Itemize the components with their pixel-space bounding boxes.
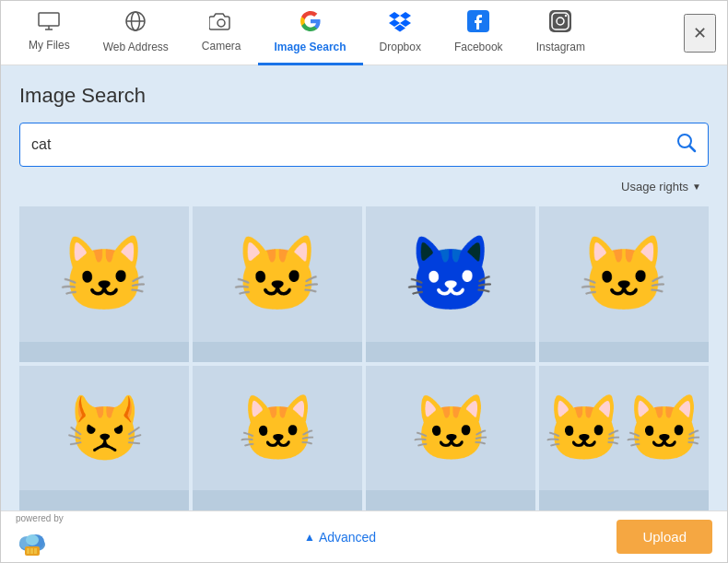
nav-label-facebook: Facebook — [454, 41, 503, 53]
svg-point-11 — [565, 14, 567, 16]
advanced-label: Advanced — [319, 530, 376, 545]
dropbox-icon — [389, 10, 411, 37]
image-cell-5[interactable]: 😾 — [19, 366, 189, 510]
monitor-icon — [38, 12, 60, 35]
facebook-icon — [467, 10, 489, 37]
svg-rect-21 — [34, 548, 37, 554]
image-cell-1[interactable]: 🐱 — [19, 206, 189, 362]
img-caption-7 — [366, 490, 535, 510]
cat-image-7: 🐱 — [366, 366, 535, 490]
page-title: Image Search — [19, 84, 709, 108]
top-navigation: My Files Web Address Camera — [1, 1, 727, 65]
nav-item-instagram[interactable]: Instagram — [520, 1, 602, 65]
img-caption-5 — [19, 490, 189, 510]
search-bar — [19, 123, 709, 167]
image-grid: 🐱 🐱 🐱 🐱 😾 — [19, 206, 709, 510]
nav-item-web-address[interactable]: Web Address — [87, 1, 185, 65]
image-cell-8[interactable]: 🐱🐱 — [539, 366, 709, 510]
nav-item-camera[interactable]: Camera — [185, 1, 258, 65]
image-cell-7[interactable]: 🐱 — [366, 366, 535, 510]
img-caption-6 — [193, 490, 362, 510]
nav-label-instagram: Instagram — [536, 41, 585, 53]
chevron-up-icon: ▲ — [304, 531, 315, 544]
image-cell-3[interactable]: 🐱 — [366, 206, 535, 362]
img-caption-8 — [539, 490, 709, 510]
cat-image-6: 🐱 — [193, 366, 362, 490]
powered-by-text-block: powered by — [16, 513, 64, 561]
svg-point-6 — [217, 19, 225, 27]
advanced-button[interactable]: ▲ Advanced — [297, 526, 383, 548]
bottom-bar: powered by ▲ Advanced Upload — [1, 510, 727, 562]
search-icon[interactable] — [676, 133, 697, 158]
upload-button[interactable]: Upload — [616, 520, 712, 554]
svg-rect-19 — [27, 548, 29, 554]
svg-line-13 — [690, 146, 696, 151]
nav-label-my-files: My Files — [29, 39, 70, 52]
nav-item-dropbox[interactable]: Dropbox — [363, 1, 438, 65]
globe-icon — [124, 10, 147, 37]
image-cell-2[interactable]: 🐱 — [193, 206, 362, 362]
powered-by-text: powered by — [16, 513, 64, 524]
nav-items: My Files Web Address Camera — [12, 1, 684, 65]
cloud-logo — [16, 524, 49, 557]
cat-image-1: 🐱 — [19, 206, 189, 342]
usage-rights-label: Usage rights — [621, 180, 688, 194]
google-icon — [299, 10, 322, 37]
usage-rights-row: Usage rights ▼ — [19, 176, 709, 197]
nav-label-dropbox: Dropbox — [380, 41, 421, 53]
close-button[interactable]: ✕ — [684, 14, 716, 53]
nav-label-image-search: Image Search — [275, 41, 346, 53]
nav-item-image-search[interactable]: Image Search — [258, 1, 363, 65]
main-content: Image Search Usage rights ▼ 🐱 🐱 — [1, 65, 727, 510]
svg-point-17 — [26, 534, 39, 545]
instagram-icon — [549, 10, 571, 37]
svg-rect-0 — [39, 13, 59, 26]
search-input[interactable] — [31, 136, 676, 153]
nav-item-my-files[interactable]: My Files — [12, 1, 87, 65]
usage-rights-button[interactable]: Usage rights ▼ — [614, 176, 709, 197]
img-caption-1 — [19, 342, 189, 362]
svg-rect-20 — [30, 548, 33, 554]
chevron-down-icon: ▼ — [692, 182, 701, 192]
img-caption-2 — [193, 342, 362, 362]
nav-label-camera: Camera — [202, 40, 241, 53]
img-caption-4 — [539, 342, 709, 362]
cat-image-8: 🐱🐱 — [539, 366, 709, 490]
cat-image-5: 😾 — [19, 366, 189, 490]
camera-icon — [209, 11, 233, 36]
cat-image-4: 🐱 — [539, 206, 709, 342]
nav-label-web-address: Web Address — [103, 41, 169, 53]
nav-item-facebook[interactable]: Facebook — [438, 1, 520, 65]
cat-image-2: 🐱 — [193, 206, 362, 342]
powered-by-section: powered by — [16, 513, 64, 561]
image-cell-4[interactable]: 🐱 — [539, 206, 709, 362]
img-caption-3 — [366, 342, 535, 362]
cat-image-3: 🐱 — [366, 206, 535, 342]
image-cell-6[interactable]: 🐱 — [193, 366, 362, 510]
